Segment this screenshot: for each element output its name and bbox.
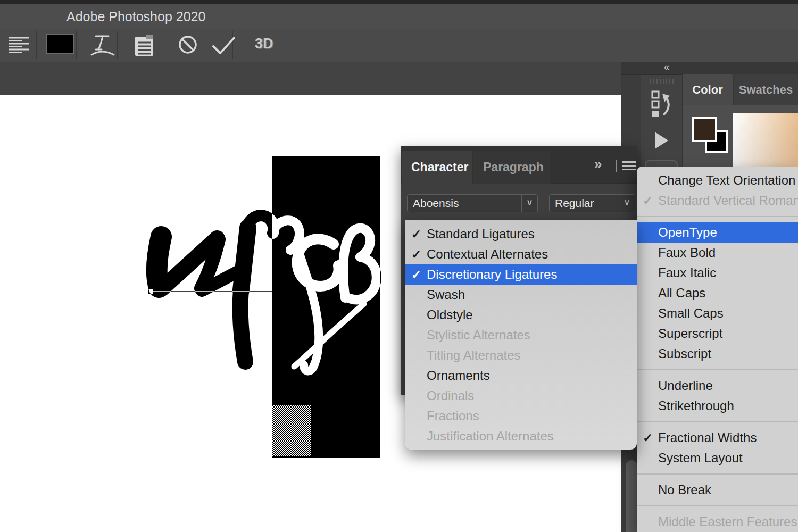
menu-item-system-layout[interactable]: System Layout [637,448,798,468]
menu-item-contextual-alternates[interactable]: ✓ Contextual Alternates [405,244,637,264]
color-panel-tabs: Color Swatches [683,74,798,105]
menu-item-stylistic-alternates: Stylistic Alternates [405,325,637,345]
panel-overflow-icon[interactable]: » [594,156,600,172]
menu-item-fractional-widths[interactable]: ✓ Fractional Widths [637,428,798,448]
check-icon: ✓ [411,264,421,285]
menu-item-justification-alternates: Justification Alternates [405,426,637,446]
type-options-bar: 3D [0,29,798,62]
toolbar-separator [117,31,118,59]
menu-separator [637,473,798,475]
panel-divider [616,160,617,172]
menu-item-swash[interactable]: Swash [405,285,637,305]
menu-separator [637,216,798,217]
history-snapshot-icon[interactable] [651,90,673,118]
collapse-panels-icon[interactable]: « [664,61,670,73]
font-style-value: Regular [555,195,594,212]
dock-header: « [621,62,798,75]
menu-separator [637,369,798,370]
font-family-value: Aboensis [413,195,459,212]
toolbar-separator [159,31,159,59]
menu-item-no-break[interactable]: No Break [637,480,798,500]
foreground-color-swatch[interactable] [692,117,717,142]
font-family-select[interactable]: Aboensis ∨ [407,194,538,212]
menu-item-faux-italic[interactable]: Faux Italic [637,263,798,283]
menu-item-opentype[interactable]: OpenType [637,222,798,243]
cancel-edits-icon[interactable] [178,35,200,57]
menu-item-middle-eastern-features: Middle Eastern Features [637,512,798,532]
photoshop-app: { "window": { "title": "Adobe Photoshop … [0,0,798,532]
menu-item-all-caps[interactable]: All Caps [637,283,798,303]
check-icon: ✓ [643,190,653,211]
tab-character[interactable]: Character [402,151,472,184]
play-action-icon[interactable] [655,132,668,149]
opentype-submenu: ✓ Standard Ligatures ✓ Contextual Altern… [405,220,637,450]
menu-item-titling-alternates: Titling Alternates [405,345,637,365]
character-panel-tabbar: Character Paragraph » [401,146,637,184]
menu-item-superscript[interactable]: Superscript [637,323,798,344]
toolbar-separator [36,31,37,59]
halftone-patch [272,405,311,456]
menu-item-standard-ligatures[interactable]: ✓ Standard Ligatures [405,224,637,244]
vertical-scrollbar-thumb[interactable] [626,460,637,532]
commit-edits-icon[interactable] [212,36,236,57]
window-titlebar: Adobe Photoshop 2020 [0,4,798,29]
menu-item-ordinals: Ordinals [405,386,637,406]
3d-mode-button[interactable]: 3D [255,36,273,52]
menu-item-change-text-orientation[interactable]: Change Text Orientation [637,170,798,190]
font-style-select[interactable]: Regular ∨ [549,194,635,212]
window-title: Adobe Photoshop 2020 [66,4,205,29]
character-panel-flyout-menu: Change Text Orientation ✓ Standard Verti… [637,167,798,532]
menu-item-strikethrough[interactable]: Strikethrough [637,396,798,416]
panel-grip[interactable] [650,79,674,84]
check-icon: ✓ [411,224,421,244]
menu-item-small-caps[interactable]: Small Caps [637,303,798,323]
menu-item-faux-bold[interactable]: Faux Bold [637,243,798,263]
chevron-down-icon[interactable]: ∨ [619,195,635,212]
menu-separator [637,421,798,422]
paragraph-align-icon[interactable] [9,36,30,55]
menu-item-discretionary-ligatures[interactable]: ✓ Discretionary Ligatures [405,264,637,285]
check-icon: ✓ [643,428,653,448]
panel-flyout-menu-icon[interactable] [622,161,636,170]
menu-item-oldstyle[interactable]: Oldstyle [405,305,637,325]
tab-paragraph[interactable]: Paragraph [473,151,550,184]
tab-color[interactable]: Color [683,74,733,105]
tab-swatches[interactable]: Swatches [734,74,798,105]
check-icon: ✓ [411,244,421,264]
menu-item-subscript[interactable]: Subscript [637,344,798,364]
menu-separator [637,505,798,506]
text-color-swatch[interactable] [46,34,74,54]
menu-item-fractions: Fractions [405,406,637,426]
menu-item-standard-vertical-roman: ✓ Standard Vertical Roman Alignment [637,190,798,211]
menu-item-underline[interactable]: Underline [637,376,798,396]
toggle-panels-icon[interactable] [133,34,157,57]
menu-item-ornaments[interactable]: Ornaments [405,365,637,386]
toolbar-separator [76,31,77,59]
warp-text-icon[interactable] [89,34,116,58]
chevron-down-icon[interactable]: ∨ [521,195,537,212]
screen-top-strip [0,0,798,4]
